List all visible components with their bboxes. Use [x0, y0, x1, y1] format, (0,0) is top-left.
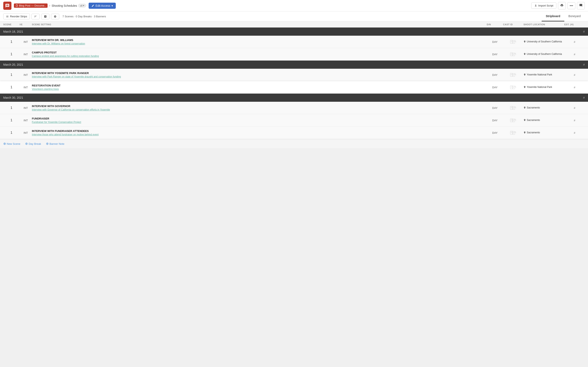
table-row[interactable]: 1 INT FUNDRAISER Fundraiser for Yosemite…	[0, 114, 588, 127]
comment-button[interactable]	[577, 2, 585, 9]
table-row[interactable]: 1 INT INTERVIEW WITH FUNDRAISER ATTENDEE…	[0, 127, 588, 139]
scene-desc[interactable]: Interview with Dr. Williams on forest co…	[32, 42, 487, 45]
add-strip-icon	[44, 15, 47, 18]
scene-ie: INT	[20, 73, 32, 76]
plus-icon-banner: ⊕	[46, 142, 49, 145]
tab-stripboard[interactable]: Stripboard	[542, 11, 564, 21]
reorder-strips-button[interactable]: Reorder Strips	[3, 13, 30, 19]
shoot-location: Sacramento	[523, 119, 564, 122]
cast-id-cell[interactable]	[503, 118, 523, 123]
location-text: University of Southern California	[527, 40, 562, 43]
col-dn: D/N	[487, 23, 503, 26]
doc-label-text: Blog Post — Docume..	[19, 4, 46, 7]
scene-title: INTERVIEW WITH GOVERNOR	[32, 105, 487, 108]
breadcrumb: Blog Post — Docume.. > Shooting Schedule…	[14, 3, 86, 8]
scene-setting: INTERVIEW WITH YOSEMITE PARK RANGER Inte…	[32, 72, 487, 78]
add-strip-button[interactable]	[41, 14, 49, 19]
sort-button[interactable]	[31, 14, 40, 19]
settings-button[interactable]	[51, 14, 59, 19]
table-row[interactable]: 1 INT CAMPUS PROTEST Campus protest and …	[0, 48, 588, 60]
scene-ie: INT	[20, 86, 32, 89]
scene-desc[interactable]: Campus protest and awareness for cutting…	[32, 55, 487, 58]
plus-icon-scene: ⊕	[3, 142, 6, 145]
scene-number: 1	[3, 131, 20, 134]
chevron-down-icon: ▾	[83, 4, 84, 7]
scene-title: CAMPUS PROTEST	[32, 51, 487, 54]
edit-access-button[interactable]: Edit Access ▾	[89, 3, 116, 9]
header: Blog Post — Docume.. > Shooting Schedule…	[0, 0, 588, 11]
cast-id-cell[interactable]	[503, 72, 523, 77]
scene-title: INTERVIEW WITH YOSEMITE PARK RANGER	[32, 72, 487, 75]
table-row[interactable]: 1 INT RESTORATION EVENT Volunteers plant…	[0, 81, 588, 94]
print-icon	[560, 4, 563, 7]
banner-note-label: Banner Note	[49, 142, 64, 145]
scene-desc[interactable]: Interview those who attend fundraiser on…	[32, 133, 487, 136]
scene-setting: CAMPUS PROTEST Campus protest and awaren…	[32, 51, 487, 58]
scene-title: RESTORATION EVENT	[32, 84, 487, 87]
import-script-label: Import Script	[538, 4, 553, 7]
reorder-strips-label: Reorder Strips	[10, 15, 27, 18]
doc-label[interactable]: Blog Post — Docume..	[14, 3, 48, 8]
version-badge[interactable]: v0 ▾	[78, 4, 86, 7]
cast-id-cell[interactable]	[503, 105, 523, 110]
tab-boneyard[interactable]: Boneyard	[564, 11, 585, 21]
shoot-location: Sacramento	[523, 131, 564, 134]
day-break-link[interactable]: ⊕ Day Break	[25, 142, 41, 145]
cast-id-cell[interactable]	[503, 52, 523, 57]
cast-id-cell[interactable]	[503, 85, 523, 90]
col-shoot-location: SHOOT LOCATION	[523, 23, 564, 26]
ellipsis-icon: •••	[570, 4, 573, 7]
scene-desc[interactable]: Interview with Park Ranger on state of Y…	[32, 75, 487, 78]
shoot-location: University of Southern California	[523, 40, 564, 44]
table-row[interactable]: 1 INT INTERVIEW WITH GOVERNOR Interview …	[0, 102, 588, 114]
scene-ie: INT	[20, 40, 32, 43]
scene-ie: INT	[20, 119, 32, 122]
pin-icon	[523, 86, 526, 89]
print-button[interactable]	[558, 2, 566, 9]
pin-icon	[523, 131, 526, 134]
chevron-down-icon-btn: ▾	[112, 4, 113, 7]
col-cast-id: CAST ID	[503, 23, 523, 26]
edit-access-label: Edit Access	[95, 4, 110, 7]
scene-setting: INTERVIEW WITH FUNDRAISER ATTENDEES Inte…	[32, 129, 487, 136]
table-row[interactable]: 1 INT INTERVIEW WITH YOSEMITE PARK RANGE…	[0, 69, 588, 81]
banner-date: March 20, 2021	[3, 63, 564, 66]
sort-icon	[34, 15, 37, 18]
banner-est: #	[564, 63, 585, 66]
scene-number: 1	[3, 52, 20, 56]
table-row[interactable]: 1 INT INTERVIEW WITH DR. WILLIAMS Interv…	[0, 36, 588, 48]
scene-setting: INTERVIEW WITH GOVERNOR Interview with G…	[32, 105, 487, 111]
scene-dn: DAY	[487, 131, 503, 134]
cast-id-cell[interactable]	[503, 130, 523, 135]
toolbar: Reorder Strips 7 Scenes · 0 Day Breaks ·…	[0, 11, 588, 22]
more-options-button[interactable]: •••	[567, 2, 575, 9]
import-script-button[interactable]: Import Script	[531, 2, 557, 9]
plus-icon-break: ⊕	[25, 142, 28, 145]
day-break-label: Day Break	[29, 142, 41, 145]
chat-icon	[5, 3, 9, 8]
scene-dn: DAY	[487, 86, 503, 89]
shoot-location: Yosemite National Park	[523, 73, 564, 77]
new-scene-link[interactable]: ⊕ New Scene	[3, 142, 20, 145]
scene-dn: DAY	[487, 106, 503, 109]
cast-id-cell[interactable]	[503, 39, 523, 44]
location-text: Sacramento	[527, 131, 540, 134]
scene-title: INTERVIEW WITH FUNDRAISER ATTENDEES	[32, 129, 487, 133]
scene-setting: INTERVIEW WITH DR. WILLIAMS Interview wi…	[32, 39, 487, 45]
scene-dn: DAY	[487, 119, 503, 122]
scene-number: 1	[3, 73, 20, 77]
scene-number: 1	[3, 85, 20, 89]
location-text: Sacramento	[527, 106, 540, 109]
scene-setting: FUNDRAISER Fundraiser for Yosemite Conse…	[32, 117, 487, 124]
scene-desc[interactable]: Volunteers planting trees	[32, 88, 487, 91]
banner-note-link[interactable]: ⊕ Banner Note	[46, 142, 64, 145]
shoot-location: Sacramento	[523, 106, 564, 110]
date-banner: March 18, 2021 #	[0, 27, 588, 36]
pin-icon	[523, 73, 526, 77]
pencil-icon	[91, 4, 94, 7]
scene-desc[interactable]: Interview with Governor of California on…	[32, 108, 487, 111]
est-cell: #	[564, 106, 585, 109]
breadcrumb-current: Shooting Schedules	[52, 4, 77, 7]
gear-icon	[54, 15, 57, 18]
scene-desc[interactable]: Fundraiser for Yosemite Conservation Pro…	[32, 121, 487, 124]
